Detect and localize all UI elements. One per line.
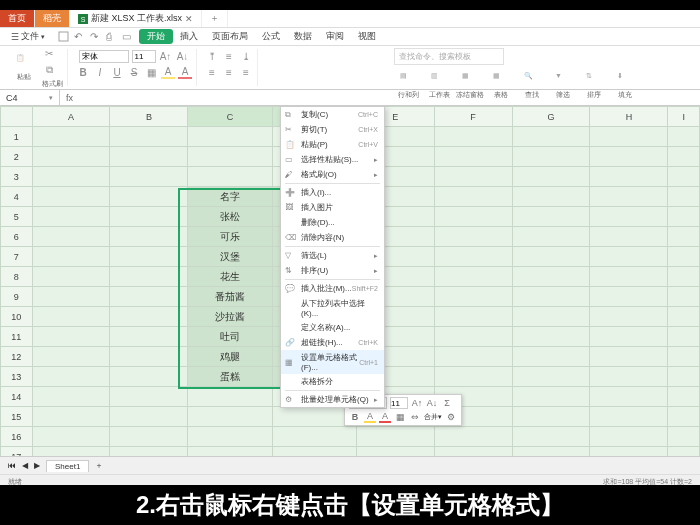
menu-view[interactable]: 视图	[351, 30, 383, 43]
col-header[interactable]: I	[668, 107, 700, 127]
cell[interactable]	[188, 127, 272, 147]
sheet-tab[interactable]: Sheet1	[46, 460, 89, 472]
cell[interactable]	[434, 347, 512, 367]
cell[interactable]	[434, 147, 512, 167]
cell[interactable]	[32, 207, 110, 227]
cell[interactable]	[590, 447, 668, 457]
cell[interactable]	[188, 167, 272, 187]
cell[interactable]	[668, 387, 700, 407]
font-color-icon[interactable]: A	[178, 65, 192, 79]
cell[interactable]	[32, 447, 110, 457]
cell[interactable]	[668, 227, 700, 247]
cell[interactable]	[32, 147, 110, 167]
cell[interactable]: 沙拉酱	[188, 307, 272, 327]
row-header[interactable]: 11	[1, 327, 33, 347]
cell[interactable]	[668, 427, 700, 447]
cell[interactable]	[590, 147, 668, 167]
cell[interactable]	[668, 327, 700, 347]
mini-bold-icon[interactable]: B	[349, 411, 361, 423]
find-button[interactable]: 🔍查找	[518, 68, 546, 104]
cell[interactable]: 汉堡	[188, 247, 272, 267]
cell[interactable]	[512, 147, 590, 167]
row-header[interactable]: 7	[1, 247, 33, 267]
row-header[interactable]: 17	[1, 447, 33, 457]
cell[interactable]	[590, 167, 668, 187]
cell[interactable]: 名字	[188, 187, 272, 207]
cell[interactable]	[668, 447, 700, 457]
row-header[interactable]: 15	[1, 407, 33, 427]
cell[interactable]	[512, 207, 590, 227]
cell[interactable]	[188, 387, 272, 407]
align-right-icon[interactable]: ≡	[239, 65, 253, 79]
select-all-corner[interactable]	[1, 107, 33, 127]
save-icon[interactable]	[58, 31, 69, 42]
ctx-cut[interactable]: ✂剪切(T)Ctrl+X	[281, 122, 384, 137]
sheet-nav-first[interactable]: ⏮	[8, 461, 16, 470]
cell[interactable]	[434, 167, 512, 187]
cell[interactable]	[512, 167, 590, 187]
tab-file[interactable]: S 新建 XLSX 工作表.xlsx ✕	[70, 10, 202, 27]
row-header[interactable]: 10	[1, 307, 33, 327]
cell[interactable]	[272, 427, 356, 447]
cell[interactable]	[110, 407, 188, 427]
cell[interactable]	[32, 387, 110, 407]
cell[interactable]	[32, 287, 110, 307]
cell[interactable]	[668, 307, 700, 327]
cell[interactable]	[512, 287, 590, 307]
ctx-split[interactable]: 表格拆分	[281, 374, 384, 389]
ctx-define-name[interactable]: 定义名称(A)...	[281, 320, 384, 335]
cell[interactable]	[32, 227, 110, 247]
cell[interactable]	[512, 447, 590, 457]
cell[interactable]	[590, 427, 668, 447]
sheet-nav-next[interactable]: ▶	[34, 461, 40, 470]
cell[interactable]	[668, 287, 700, 307]
cell[interactable]	[110, 227, 188, 247]
row-header[interactable]: 12	[1, 347, 33, 367]
cell[interactable]	[110, 267, 188, 287]
ctx-hyperlink[interactable]: 🔗超链接(H)...Ctrl+K	[281, 335, 384, 350]
italic-icon[interactable]: I	[93, 65, 107, 79]
cell[interactable]	[110, 427, 188, 447]
ctx-insert[interactable]: ➕插入(I)...	[281, 185, 384, 200]
increase-font-icon[interactable]: A↑	[159, 49, 173, 63]
table-button[interactable]: ▦表格	[487, 68, 515, 104]
font-size-select[interactable]	[132, 50, 156, 63]
mini-fontcolor-icon[interactable]: A	[379, 411, 391, 423]
menu-start[interactable]: 开始	[139, 29, 173, 44]
align-center-icon[interactable]: ≡	[222, 65, 236, 79]
mini-format-icon[interactable]: ⚙	[445, 411, 457, 423]
cell[interactable]	[272, 447, 356, 457]
cell[interactable]: 吐司	[188, 327, 272, 347]
bold-icon[interactable]: B	[76, 65, 90, 79]
cell[interactable]	[356, 447, 434, 457]
cell[interactable]	[512, 327, 590, 347]
cell[interactable]: 鸡腿	[188, 347, 272, 367]
cell[interactable]	[668, 247, 700, 267]
cell[interactable]	[668, 187, 700, 207]
add-sheet-button[interactable]: ＋	[95, 460, 103, 471]
cell[interactable]	[434, 267, 512, 287]
cell[interactable]	[434, 327, 512, 347]
row-header[interactable]: 3	[1, 167, 33, 187]
col-header[interactable]: G	[512, 107, 590, 127]
cell[interactable]	[32, 327, 110, 347]
cell[interactable]	[512, 307, 590, 327]
mini-fill-icon[interactable]: A	[364, 411, 376, 423]
row-header[interactable]: 4	[1, 187, 33, 207]
ctx-format-painter[interactable]: 🖌格式刷(O)▸	[281, 167, 384, 182]
mini-font-size[interactable]	[390, 397, 408, 409]
border-icon[interactable]: ▦	[144, 65, 158, 79]
ctx-insert-comment[interactable]: 💬插入批注(M)...Shift+F2	[281, 281, 384, 296]
col-header[interactable]: H	[590, 107, 668, 127]
mini-merge-label[interactable]: 合并▾	[424, 412, 442, 422]
align-top-icon[interactable]: ⤒	[205, 49, 219, 63]
underline-icon[interactable]: U	[110, 65, 124, 79]
mini-border-icon[interactable]: ▦	[394, 411, 406, 423]
cell[interactable]	[434, 367, 512, 387]
font-name-select[interactable]	[79, 50, 129, 63]
row-header[interactable]: 6	[1, 227, 33, 247]
cell[interactable]: 张松	[188, 207, 272, 227]
decrease-font-icon[interactable]: A↓	[176, 49, 190, 63]
preview-icon[interactable]: ▭	[122, 31, 133, 42]
cell[interactable]	[590, 187, 668, 207]
